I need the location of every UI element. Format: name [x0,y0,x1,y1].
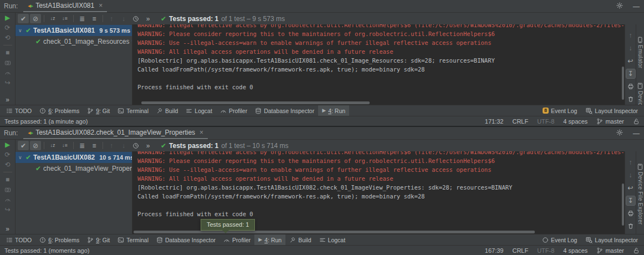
console-toolbar: ↑↓↩↧ [625,151,636,234]
screenshot-icon[interactable] [4,186,11,193]
test-duration: 9 s 573 ms [99,27,130,34]
device-file-explorer-icon [637,83,643,89]
tool-window-label: Profiler [232,237,251,243]
git-branch[interactable]: master [596,118,624,125]
console-line [137,74,625,83]
more-rail-icon[interactable]: » [6,226,9,232]
hide-icon: — [633,130,640,137]
status-message[interactable]: Tests passed: 1 (moments ago) [4,247,89,254]
unlocked-icon[interactable] [633,118,640,125]
tool-window-button-database[interactable]: Database Inspector [152,234,219,245]
test-tree: ∨✔TestA1BasicUIX082(org.aplas.basica10 s… [16,151,132,234]
console-line: Process finished with exit code 0 [137,83,625,91]
tool-window-button-database[interactable]: Database Inspector [251,105,318,116]
line-ending[interactable]: CRLF [512,118,528,125]
database-icon [156,237,163,243]
status-message[interactable]: Tests passed: 1 (a minute ago) [4,118,88,125]
test-name: TestA1BasicUIX082 [33,154,95,161]
vertical-scrollbar[interactable] [622,67,624,100]
tool-window-label: TODO [15,237,32,243]
build-icon [156,108,163,114]
tool-window-button-build[interactable]: Build [152,105,182,116]
passed-icon: ✔ [25,154,31,161]
side-tab-label: Emulator [637,45,643,68]
tool-window-button-git[interactable]: 9: Git [83,234,114,245]
horizontal-scrollbar[interactable] [134,231,535,233]
chevron-down-icon[interactable]: ∨ [18,155,23,160]
line-ending[interactable]: CRLF [512,247,528,254]
tool-window-label: Terminal [126,108,149,114]
profiler-capture-icon[interactable] [4,69,11,76]
run-tab[interactable]: ◀▶TestA1BasicUIX081× [23,0,107,12]
more-rail-icon[interactable]: » [6,96,9,103]
screenshot-icon[interactable] [4,59,11,66]
stop-icon[interactable]: ■ [6,49,9,56]
indent-style[interactable]: 4 spaces [563,247,587,254]
side-tab-emulator[interactable]: Emulator [637,37,643,68]
toggle-auto-test-icon[interactable]: ⟲ [4,161,10,168]
emulator-icon [637,37,643,43]
build-icon [289,237,296,243]
test-tree-row[interactable]: ∨✔TestA1BasicUIX081(org.aplas.basica9 s … [16,25,132,36]
test-tree-row[interactable]: ✔check_01_Image_Resources9 s 573 ms [16,36,132,47]
rerun-icon[interactable]: ▶ [5,141,10,148]
indent-style[interactable]: 4 spaces [563,118,587,125]
clear-all-icon [627,96,634,103]
vertical-scrollbar[interactable] [622,183,624,226]
console-line: WARNING: Illegal reflective access by or… [137,151,625,156]
tool-window-button-problems[interactable]: 6: Problems [35,105,83,116]
tool-window-button-profiler[interactable]: Profiler [216,105,251,116]
tool-window-button-event-log[interactable]: Event Log [538,234,581,245]
tool-window-button-todo[interactable]: TODO [2,105,35,116]
close-icon[interactable]: × [99,2,103,9]
more-actions-icon: » [146,142,150,149]
side-tab-device-file-explorer[interactable]: Device File Explorer [637,164,643,225]
toolbar-separator [73,142,74,149]
file-encoding[interactable]: UTF-8 [537,247,554,254]
tool-window-button-git[interactable]: 9: Git [83,105,114,116]
profiler-capture-icon[interactable] [4,196,11,203]
file-encoding[interactable]: UTF-8 [537,118,554,125]
tool-window-button-run[interactable]: ▶4: Run [318,105,349,116]
tool-window-button-run[interactable]: ▶4: Run [254,234,285,245]
tests-passed-detail: of 1 test – 10 s 714 ms [221,142,288,150]
console-line: WARNING: All illegal access operations w… [137,47,625,56]
side-tab-device-file-explorer[interactable]: Device File Explorer [637,83,643,105]
test-tree-row[interactable]: ✔check_01_ImageView_Properties10 s 714 m… [16,163,132,174]
tool-window-button-profiler[interactable]: Profiler [219,234,254,245]
tool-window-label: Database Inspector [264,108,314,114]
chevron-down-icon[interactable]: ∨ [18,28,23,33]
console-line [137,201,625,210]
tool-window-button-event-log[interactable]: 8Event Log [539,105,581,116]
test-duration: 10 s 714 ms [99,154,132,161]
tool-window-button-problems[interactable]: 6: Problems [35,234,83,245]
tool-window-button-terminal[interactable]: Terminal [114,234,152,245]
tool-window-button-todo[interactable]: TODO [2,234,35,245]
test-tree-row[interactable]: ∨✔TestA1BasicUIX082(org.aplas.basica10 s… [16,152,132,163]
attach-to-process-icon[interactable]: ↪ [4,79,10,86]
tab-title: TestA1BasicUIX081 [35,2,94,9]
git-branch[interactable]: master [596,247,624,254]
tool-window-button-layout-inspector[interactable]: Layout Inspector [582,234,642,245]
tool-window-button-layout-inspector[interactable]: Layout Inspector [582,105,642,116]
close-icon[interactable]: × [200,129,203,136]
rerun-failed-tests-icon[interactable]: ⟳ [4,151,10,158]
toggle-auto-test-icon[interactable]: ⟲ [4,34,10,41]
tool-window-button-build[interactable]: Build [285,234,315,245]
rerun-icon[interactable]: ▶ [5,14,10,21]
caret-position[interactable]: 171:32 [485,118,504,125]
tool-window-button-logcat[interactable]: Logcat [315,234,350,245]
stop-icon[interactable]: ■ [6,176,9,183]
git-icon [87,108,94,114]
attach-to-process-icon[interactable]: ↪ [4,206,10,213]
tab-bar: Run:◀▶TestA1BasicUIX082.check_01_ImageVi… [0,127,644,140]
console-line: WARNING: Use --illegal-access=warn to en… [137,165,625,174]
horizontal-scrollbar[interactable] [141,101,370,104]
caret-position[interactable]: 167:39 [485,247,504,254]
unlocked-icon[interactable] [633,247,640,254]
tool-window-button-logcat[interactable]: Logcat [182,105,216,116]
rerun-failed-tests-icon[interactable]: ⟳ [4,24,10,31]
tool-window-button-terminal[interactable]: Terminal [114,105,152,116]
console-line: [Robolectric] org.aplas.basicappx.TestA1… [137,183,625,192]
run-tab[interactable]: ◀▶TestA1BasicUIX082.check_01_ImageView_P… [23,127,208,139]
